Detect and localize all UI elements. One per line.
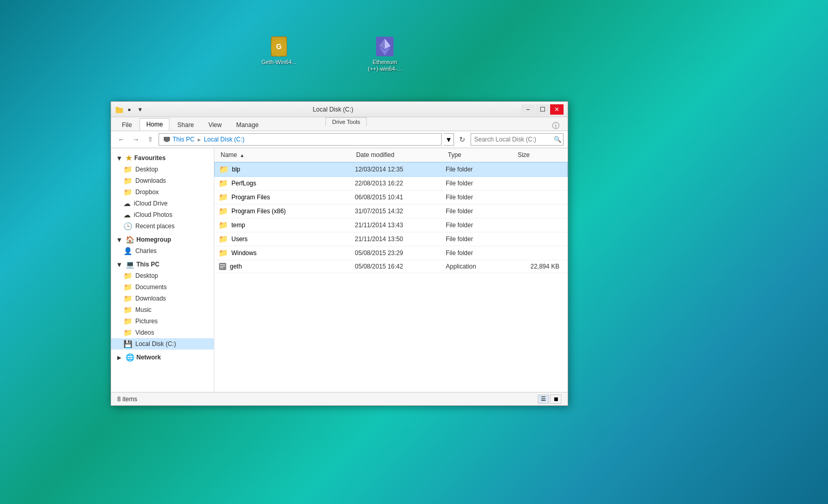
refresh-button[interactable]: ↻ xyxy=(456,133,468,146)
sidebar-item-icloud-drive[interactable]: ☁ iCloud Drive xyxy=(111,198,214,209)
quick-access-pin[interactable]: ▼ xyxy=(135,105,145,114)
sidebar-item-pictures[interactable]: 📁 Pictures xyxy=(111,316,214,327)
folder-icon-blp: 📁 xyxy=(219,165,229,174)
favourites-label: Favourites xyxy=(134,154,166,162)
sidebar-item-desktop-pc[interactable]: 📁 Desktop xyxy=(111,270,214,281)
file-row[interactable]: 📁 Windows 05/08/2015 23:29 File folder xyxy=(214,246,568,260)
sidebar-item-documents[interactable]: 📁 Documents xyxy=(111,281,214,293)
sidebar-item-desktop-fav[interactable]: 📁 Desktop xyxy=(111,164,214,175)
sidebar-item-local-disk-label: Local Disk (C:) xyxy=(135,340,176,348)
file-row[interactable]: 📁 Program Files (x86) 31/07/2015 14:32 F… xyxy=(214,204,568,218)
file-name-cell: 📁 Users xyxy=(218,234,355,244)
sidebar-item-downloads-fav[interactable]: 📁 Downloads xyxy=(111,175,214,186)
tab-view[interactable]: View xyxy=(201,119,228,131)
item-count: 8 items xyxy=(117,396,137,403)
back-button[interactable]: ← xyxy=(115,134,128,145)
search-wrapper: 🔍 xyxy=(471,133,564,146)
sidebar-network-header[interactable]: ► 🌐 Network xyxy=(111,352,214,363)
tab-share[interactable]: Share xyxy=(170,119,200,131)
file-row[interactable]: 📁 Program Files 06/08/2015 10:41 File fo… xyxy=(214,191,568,204)
tab-manage[interactable]: Manage xyxy=(229,119,265,131)
breadcrumb-local-disk[interactable]: Local Disk (C:) xyxy=(204,136,245,143)
file-modified-temp: 21/11/2014 13:43 xyxy=(355,222,446,229)
details-view-button[interactable]: ☰ xyxy=(538,395,549,404)
close-button[interactable]: ✕ xyxy=(550,104,564,115)
quick-access-button[interactable]: ● xyxy=(126,105,133,114)
content-area: ▼ ★ Favourites 📁 Desktop 📁 Downloads 📁 D… xyxy=(111,148,568,392)
desktop-icon-geth[interactable]: G Geth-Win64... xyxy=(258,36,300,66)
file-name-program-files-x86: Program Files (x86) xyxy=(231,208,286,215)
svg-rect-9 xyxy=(116,108,123,113)
explorer-window: ● ▼ Drive Tools Local Disk (C:) − ☐ ✕ Fi… xyxy=(111,101,568,406)
forward-button[interactable]: → xyxy=(130,134,142,145)
chevron-down-icon-this-pc: ▼ xyxy=(115,261,123,269)
folder-icon-users: 📁 xyxy=(218,234,228,244)
window-title: Local Disk (C:) xyxy=(145,106,521,113)
tab-file[interactable]: File xyxy=(115,119,138,131)
view-controls: ☰ ◼ xyxy=(538,395,561,404)
search-input[interactable] xyxy=(471,133,564,146)
sidebar-item-documents-label: Documents xyxy=(135,284,167,291)
sidebar-item-recent[interactable]: 🕒 Recent places xyxy=(111,220,214,232)
file-type-blp: File folder xyxy=(446,166,514,173)
file-name-temp: temp xyxy=(231,222,245,229)
desktop-icon-ethereum[interactable]: Ethereum (++)-win64-... xyxy=(364,36,405,72)
sidebar-group-this-pc: ▼ 💻 This PC 📁 Desktop 📁 Documents 📁 Down… xyxy=(111,259,214,350)
file-modified-perflogs: 22/08/2013 16:22 xyxy=(355,180,446,187)
col-header-size[interactable]: Size xyxy=(515,150,564,160)
drive-tools-tab[interactable]: Drive Tools xyxy=(325,117,367,126)
sidebar-item-icloud-photos[interactable]: ☁ iCloud Photos xyxy=(111,209,214,220)
sidebar-item-music[interactable]: 📁 Music xyxy=(111,304,214,316)
file-name-cell: geth xyxy=(218,262,355,271)
search-button[interactable]: 🔍 xyxy=(554,136,561,143)
sidebar-item-local-disk[interactable]: 💾 Local Disk (C:) xyxy=(111,338,214,350)
file-row[interactable]: 📁 temp 21/11/2014 13:43 File folder xyxy=(214,218,568,232)
folder-icon-temp: 📁 xyxy=(218,220,228,230)
sidebar-group-network: ► 🌐 Network xyxy=(111,352,214,363)
sidebar-favourites-header[interactable]: ▼ ★ Favourites xyxy=(111,152,214,164)
sidebar-item-downloads-pc-label: Downloads xyxy=(135,295,166,302)
sidebar-this-pc-header[interactable]: ▼ 💻 This PC xyxy=(111,259,214,270)
tiles-view-button[interactable]: ◼ xyxy=(550,395,561,404)
file-modified-users: 21/11/2014 13:50 xyxy=(355,235,446,243)
sidebar-item-desktop-pc-label: Desktop xyxy=(135,272,158,279)
window-controls: − ☐ ✕ xyxy=(521,104,564,115)
network-label: Network xyxy=(136,354,161,361)
file-name-cell: 📁 blp xyxy=(219,165,355,174)
col-header-type[interactable]: Type xyxy=(446,150,515,160)
sidebar-item-dropbox[interactable]: 📁 Dropbox xyxy=(111,186,214,198)
sidebar-item-charles[interactable]: 👤 Charles xyxy=(111,245,214,257)
folder-icon-downloads-fav: 📁 xyxy=(123,177,132,185)
file-modified-windows: 05/08/2015 23:29 xyxy=(355,249,446,257)
sidebar-item-charles-label: Charles xyxy=(135,247,157,255)
breadcrumb[interactable]: This PC ► Local Disk (C:) xyxy=(159,133,442,146)
file-modified-program-files: 06/08/2015 10:41 xyxy=(355,194,446,201)
svg-rect-12 xyxy=(165,141,168,142)
col-header-name[interactable]: Name ▲ xyxy=(218,150,354,160)
breadcrumb-this-pc[interactable]: This PC xyxy=(173,136,195,143)
address-dropdown-button[interactable]: ▼ xyxy=(444,133,454,146)
ribbon-help-button[interactable]: ⓘ xyxy=(548,121,564,131)
sort-arrow-name: ▲ xyxy=(240,153,244,158)
file-type-geth: Application xyxy=(446,263,514,270)
minimize-button[interactable]: − xyxy=(521,104,535,115)
file-row[interactable]: geth 05/08/2015 16:42 Application 22,894… xyxy=(214,260,568,273)
sidebar-homegroup-header[interactable]: ▼ 🏠 Homegroup xyxy=(111,234,214,245)
this-pc-label: This PC xyxy=(136,261,160,268)
sidebar-item-videos-label: Videos xyxy=(135,329,154,336)
file-row[interactable]: 📁 Users 21/11/2014 13:50 File folder xyxy=(214,232,568,246)
file-row[interactable]: 📁 blp 12/03/2014 12:35 File folder xyxy=(214,162,568,177)
file-row[interactable]: 📁 PerfLogs 22/08/2013 16:22 File folder xyxy=(214,177,568,191)
folder-icon-music: 📁 xyxy=(123,306,132,314)
sidebar-item-downloads-pc[interactable]: 📁 Downloads xyxy=(111,293,214,304)
status-bar: 8 items ☰ ◼ xyxy=(111,392,568,405)
file-type-perflogs: File folder xyxy=(446,180,514,187)
up-button[interactable]: ⇧ xyxy=(144,134,157,145)
folder-icon-downloads-pc: 📁 xyxy=(123,294,132,303)
sidebar-item-videos[interactable]: 📁 Videos xyxy=(111,327,214,338)
sidebar-item-downloads-fav-label: Downloads xyxy=(135,177,166,184)
svg-rect-10 xyxy=(116,107,119,108)
maximize-button[interactable]: ☐ xyxy=(536,104,549,115)
tab-home[interactable]: Home xyxy=(139,118,169,131)
col-header-modified[interactable]: Date modified xyxy=(354,150,446,160)
